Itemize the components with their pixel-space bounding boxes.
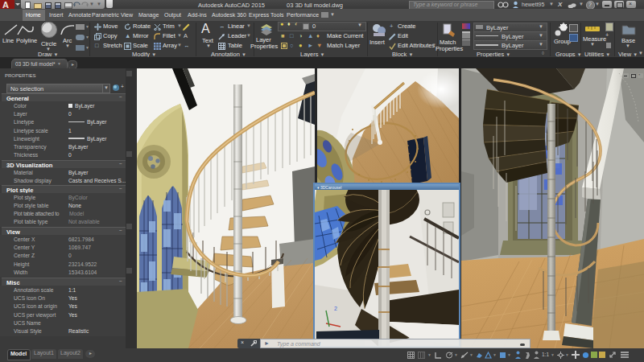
svg-text:2: 2 (334, 306, 337, 311)
